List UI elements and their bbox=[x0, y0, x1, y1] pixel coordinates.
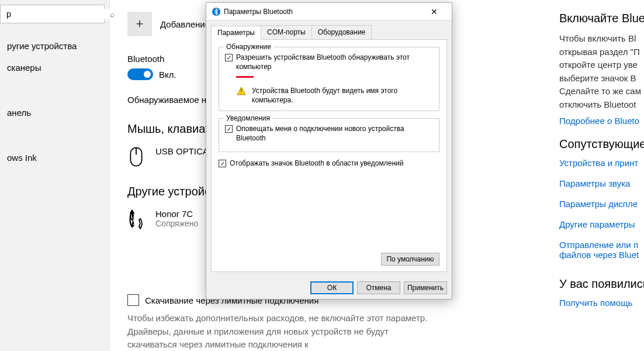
add-device-label: Добавление bbox=[160, 19, 210, 29]
bluetooth-icon bbox=[212, 8, 220, 16]
nav-windows-ink[interactable]: ows Ink bbox=[0, 147, 109, 168]
nav-panel[interactable]: анель bbox=[0, 102, 109, 123]
discovery-group-title: Обнаружение bbox=[224, 43, 273, 51]
notify-connect-checkbox[interactable]: ✓ bbox=[225, 125, 233, 133]
dialog-title: Параметры Bluetooth bbox=[224, 8, 423, 16]
metered-description: Чтобы избежать дополнительных расходов, … bbox=[127, 312, 431, 351]
nav-scanners[interactable]: сканеры bbox=[0, 57, 109, 78]
warning-icon: ! bbox=[237, 87, 246, 96]
questions-heading: У вас появились во bbox=[559, 277, 644, 291]
notifications-group-title: Уведомления bbox=[224, 114, 272, 122]
phone-icon bbox=[127, 209, 145, 230]
get-help-link[interactable]: Получить помощь bbox=[559, 298, 644, 308]
other-params-link[interactable]: Другие параметры bbox=[559, 219, 644, 229]
mouse-icon bbox=[127, 146, 145, 167]
search-input[interactable] bbox=[5, 9, 110, 19]
cancel-button[interactable]: Отмена bbox=[357, 281, 400, 294]
nav-other-devices[interactable]: ругие устройства bbox=[0, 35, 109, 57]
ok-button[interactable]: ОК bbox=[310, 281, 354, 294]
dialog-titlebar[interactable]: Параметры Bluetooth ✕ bbox=[206, 3, 452, 20]
enable-bt-body: Чтобы включить Bl открывая раздел "П отк… bbox=[559, 32, 644, 111]
allow-discovery-checkbox[interactable]: ✓ bbox=[225, 54, 233, 61]
add-device-button[interactable]: + bbox=[127, 12, 152, 36]
defaults-button[interactable]: По умолчанию bbox=[381, 253, 439, 266]
allow-discovery-label: Разрешить устройствам Bluetooth обнаружи… bbox=[236, 53, 433, 71]
send-files-link[interactable]: Отправление или п файлов через Bluet bbox=[559, 240, 644, 260]
notifications-group: Уведомления ✓ Оповещать меня о подключен… bbox=[219, 118, 439, 152]
display-link[interactable]: Параметры диспле bbox=[559, 199, 644, 209]
tray-icon-label: Отображать значок Bluetooth в области ув… bbox=[230, 159, 403, 168]
discovery-group: Обнаружение ✓ Разрешить устройствам Blue… bbox=[219, 47, 439, 111]
metered-checkbox[interactable] bbox=[127, 294, 139, 306]
search-box[interactable]: ⌕ bbox=[0, 5, 105, 23]
related-heading: Сопутствующие пар bbox=[559, 137, 644, 151]
bluetooth-settings-dialog: Параметры Bluetooth ✕ Параметры COM-порт… bbox=[206, 2, 452, 300]
tab-params[interactable]: Параметры bbox=[211, 26, 261, 40]
tray-icon-checkbox[interactable]: ✓ bbox=[219, 160, 226, 167]
device-name: Honor 7C bbox=[155, 209, 198, 219]
devices-printers-link[interactable]: Устройства и принт bbox=[559, 158, 644, 168]
learn-bluetooth-link[interactable]: Подробнее о Blueto bbox=[559, 116, 644, 126]
tab-hardware[interactable]: Оборудование bbox=[311, 25, 372, 39]
red-underline-annotation bbox=[236, 76, 254, 78]
notify-connect-label: Оповещать меня о подключении нового устр… bbox=[236, 125, 433, 143]
device-status: Сопряжено bbox=[155, 219, 198, 228]
sound-link[interactable]: Параметры звука bbox=[559, 178, 644, 188]
toggle-state-label: Вкл. bbox=[159, 70, 176, 80]
tab-com-ports[interactable]: COM-порты bbox=[261, 25, 312, 39]
bluetooth-toggle[interactable] bbox=[127, 68, 153, 80]
close-button[interactable]: ✕ bbox=[423, 7, 446, 16]
apply-button[interactable]: Применить bbox=[404, 281, 447, 294]
device-name: USB OPTICAL bbox=[155, 146, 213, 156]
warning-text: Устройства Bluetooth будут видеть имя эт… bbox=[252, 87, 433, 105]
svg-text:!: ! bbox=[241, 88, 243, 95]
enable-bt-heading: Включайте Bluetoot bbox=[559, 12, 644, 25]
